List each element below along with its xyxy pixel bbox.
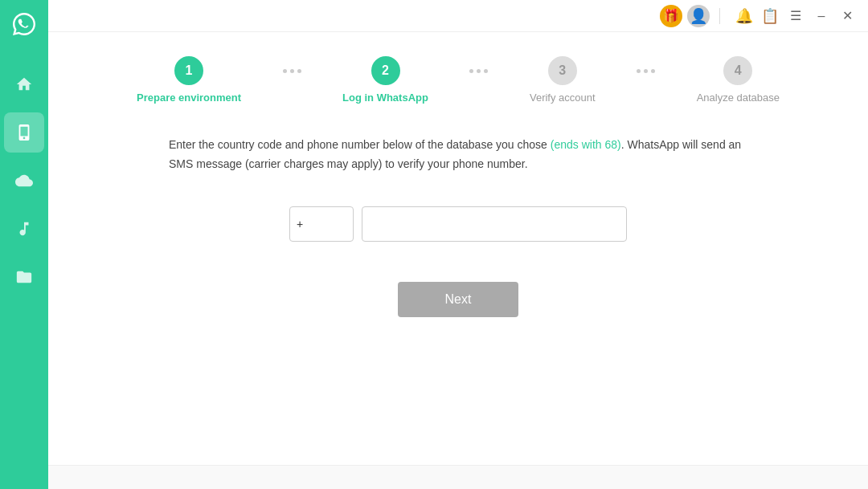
notification-button[interactable]: 🔔 xyxy=(733,5,755,27)
step-1-circle: 1 xyxy=(174,56,203,85)
steps-container: 1 Prepare environment 2 Log in WhatsApp xyxy=(137,56,780,104)
dot xyxy=(644,69,648,73)
titlebar-icons: 🎁 👤 xyxy=(660,5,710,27)
step-1: 1 Prepare environment xyxy=(137,56,241,104)
country-code-input[interactable] xyxy=(305,218,337,230)
profile-button[interactable]: 👤 xyxy=(687,5,710,27)
description-text: Enter the country code and phone number … xyxy=(169,136,747,174)
step-4-label: Analyze database xyxy=(697,92,780,104)
notes-button[interactable]: 📋 xyxy=(759,5,781,27)
menu-button[interactable]: ☰ xyxy=(784,5,807,27)
sidebar-item-files[interactable] xyxy=(4,257,44,297)
sidebar-item-device[interactable] xyxy=(4,112,44,153)
next-button[interactable]: Next xyxy=(398,282,518,317)
titlebar: 🎁 👤 🔔 📋 ☰ – ✕ xyxy=(48,0,868,32)
dot xyxy=(469,69,473,73)
phone-number-input[interactable] xyxy=(362,206,627,242)
close-button[interactable]: ✕ xyxy=(836,5,858,27)
step-1-label: Prepare environment xyxy=(137,92,241,104)
dot xyxy=(477,69,481,73)
sidebar-item-cloud[interactable] xyxy=(4,161,44,201)
description-highlight: (ends with 68) xyxy=(551,138,621,151)
dots-2-3 xyxy=(428,69,530,91)
titlebar-separator xyxy=(719,8,720,24)
step-3-label: Verify account xyxy=(530,92,596,104)
bottom-bar xyxy=(48,465,868,489)
dots-3-4 xyxy=(596,69,697,91)
main-content: 🎁 👤 🔔 📋 ☰ – ✕ 1 Prepare environment xyxy=(48,0,868,489)
step-3-circle: 3 xyxy=(548,56,577,85)
step-3: 3 Verify account xyxy=(530,56,596,104)
dot xyxy=(283,69,287,73)
phone-input-row: + xyxy=(289,206,627,242)
sidebar-nav xyxy=(4,64,44,489)
step-2-circle: 2 xyxy=(371,56,400,85)
content-area: Enter the country code and phone number … xyxy=(48,120,868,465)
plus-sign: + xyxy=(297,218,303,230)
dot xyxy=(290,69,294,73)
dot xyxy=(651,69,655,73)
step-2-label: Log in WhatsApp xyxy=(342,92,428,104)
window-controls: 🔔 📋 ☰ – ✕ xyxy=(733,5,858,27)
sidebar xyxy=(0,0,48,489)
country-code-wrapper[interactable]: + xyxy=(289,206,354,242)
step-4-circle: 4 xyxy=(723,56,752,85)
minimize-button[interactable]: – xyxy=(810,5,833,27)
gift-button[interactable]: 🎁 xyxy=(660,5,682,27)
steps-area: 1 Prepare environment 2 Log in WhatsApp xyxy=(48,32,868,120)
step-4: 4 Analyze database xyxy=(697,56,780,104)
sidebar-item-music[interactable] xyxy=(4,209,44,249)
app-logo xyxy=(0,0,48,48)
sidebar-item-home[interactable] xyxy=(4,64,44,104)
dot xyxy=(484,69,488,73)
dot xyxy=(297,69,301,73)
dots-1-2 xyxy=(241,69,342,91)
step-2: 2 Log in WhatsApp xyxy=(342,56,428,104)
description-start: Enter the country code and phone number … xyxy=(169,138,551,151)
dot xyxy=(637,69,641,73)
